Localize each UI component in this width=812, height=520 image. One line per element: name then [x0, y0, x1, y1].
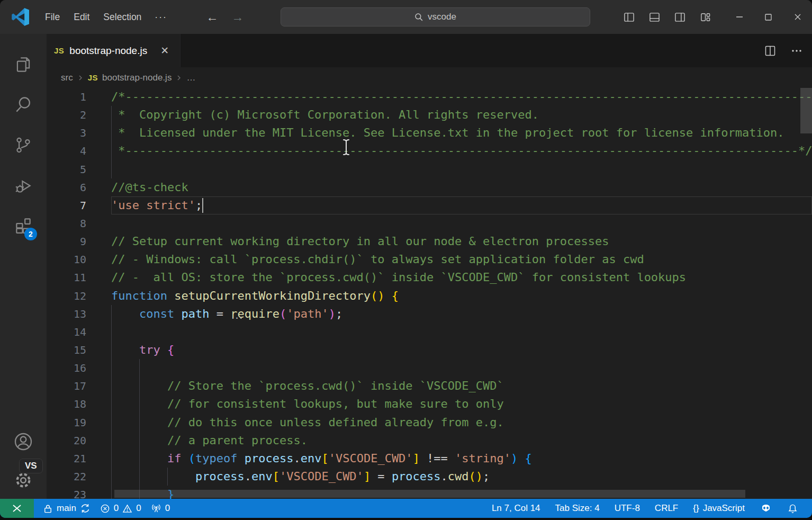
code-line[interactable]: 20 // a parent process. [47, 432, 812, 450]
code-line[interactable]: 1/*-------------------------------------… [47, 88, 812, 106]
code-line[interactable]: 6//@ts-check [47, 178, 812, 196]
code-line[interactable]: 15 try { [47, 341, 812, 359]
line-number[interactable]: 5 [47, 160, 111, 178]
line-number[interactable]: 13 [47, 305, 111, 323]
line-number[interactable]: 19 [47, 414, 111, 432]
sidebar-item-run-debug[interactable] [6, 165, 40, 205]
close-window-button[interactable] [783, 0, 812, 34]
encoding-status[interactable]: UTF-8 [607, 503, 647, 514]
code-line-content[interactable] [111, 359, 812, 377]
code-line-content[interactable]: // do this once unless defined already f… [111, 414, 812, 432]
breadcrumb-symbol-more[interactable]: … [186, 73, 195, 83]
command-center-search[interactable]: vscode [281, 7, 590, 26]
sidebar-item-source-control[interactable] [6, 125, 40, 165]
menu-overflow-button[interactable]: ··· [148, 8, 173, 26]
code-line-content[interactable]: // - Windows: call `process.chdir()` to … [111, 250, 812, 268]
line-number[interactable]: 1 [47, 88, 111, 106]
eol-status[interactable]: CRLF [647, 503, 685, 514]
line-number[interactable]: 9 [47, 232, 111, 250]
toggle-primary-sidebar-icon[interactable] [624, 12, 635, 23]
code-line[interactable]: 13 const path = require('path'); [47, 305, 812, 323]
code-line-content[interactable]: /*--------------------------------------… [111, 88, 812, 106]
more-actions-icon[interactable] [791, 45, 802, 57]
code-line[interactable]: 2 * Copyright (c) Microsoft Corporation.… [47, 106, 812, 124]
code-line-content[interactable]: function setupCurrentWorkingDirectory() … [111, 287, 812, 305]
menu-edit[interactable]: Edit [67, 8, 96, 26]
line-number[interactable]: 12 [47, 287, 111, 305]
code-line[interactable]: 8 [47, 214, 812, 232]
code-line-content[interactable]: //@ts-check [111, 178, 812, 196]
code-line-content[interactable]: const path = require('path'); [111, 305, 812, 323]
code-line[interactable]: 11// - all OS: store the `process.cwd()`… [47, 268, 812, 286]
code-line-content[interactable]: *---------------------------------------… [111, 142, 812, 160]
code-line[interactable]: 7'use strict'; [47, 196, 812, 214]
code-line[interactable]: 3 * Licensed under the MIT License. See … [47, 124, 812, 142]
line-number[interactable]: 6 [47, 178, 111, 196]
menu-selection[interactable]: Selection [96, 8, 148, 26]
code-line[interactable]: 5 [47, 160, 812, 178]
notifications-status[interactable] [780, 503, 806, 514]
line-number[interactable]: 4 [47, 142, 111, 160]
language-status[interactable]: {} JavaScript [685, 503, 752, 514]
code-line[interactable]: 4 *-------------------------------------… [47, 142, 812, 160]
code-line-content[interactable] [111, 323, 812, 341]
line-number[interactable]: 3 [47, 124, 111, 142]
code-line[interactable]: 22 process.env['VSCODE_CWD'] = process.c… [47, 468, 812, 486]
code-line[interactable]: 12function setupCurrentWorkingDirectory(… [47, 287, 812, 305]
menu-file[interactable]: File [38, 8, 67, 26]
horizontal-scrollbar[interactable] [114, 490, 745, 498]
branch-status[interactable]: main [38, 503, 95, 514]
line-number[interactable]: 7 [47, 196, 111, 214]
code-line-content[interactable]: // Setup current working directory in al… [111, 232, 812, 250]
code-line[interactable]: 9// Setup current working directory in a… [47, 232, 812, 250]
code-line-content[interactable] [111, 160, 812, 178]
line-number[interactable]: 11 [47, 268, 111, 286]
back-arrow-button[interactable]: ← [203, 8, 221, 26]
line-number[interactable]: 18 [47, 395, 111, 413]
remote-indicator[interactable] [0, 499, 34, 518]
sidebar-item-account[interactable] [6, 422, 40, 462]
code-line-content[interactable]: * Copyright (c) Microsoft Corporation. A… [111, 106, 812, 124]
problems-status[interactable]: 0 0 [95, 503, 146, 514]
line-number[interactable]: 2 [47, 106, 111, 124]
code-editor[interactable]: 1/*-------------------------------------… [47, 88, 812, 499]
code-line[interactable]: 21 if (typeof process.env['VSCODE_CWD'] … [47, 450, 812, 468]
code-line[interactable]: 17 // Store the `process.cwd()` inside `… [47, 377, 812, 395]
cursor-position-status[interactable]: Ln 7, Col 14 [484, 503, 548, 514]
code-line-content[interactable]: // a parent process. [111, 432, 812, 450]
split-editor-icon[interactable] [764, 45, 776, 57]
breadcrumb-folder[interactable]: src [61, 73, 73, 83]
code-line-content[interactable]: // for consistent lookups, but make sure… [111, 395, 812, 413]
breadcrumb-file[interactable]: bootstrap-node.js [102, 73, 172, 83]
sidebar-item-extensions[interactable]: 2 [6, 205, 40, 246]
code-line-content[interactable]: // Store the `process.cwd()` inside `VSC… [111, 377, 812, 395]
indentation-status[interactable]: Tab Size: 4 [548, 503, 607, 514]
line-number[interactable]: 10 [47, 250, 111, 268]
code-line[interactable]: 18 // for consistent lookups, but make s… [47, 395, 812, 413]
toggle-panel-icon[interactable] [649, 12, 660, 23]
line-number[interactable]: 16 [47, 359, 111, 377]
line-number[interactable]: 22 [47, 468, 111, 486]
vertical-scrollbar[interactable] [800, 88, 812, 133]
line-number[interactable]: 23 [47, 486, 111, 499]
line-number[interactable]: 21 [47, 450, 111, 468]
code-line-content[interactable]: 'use strict'; [111, 196, 812, 214]
line-number[interactable]: 15 [47, 341, 111, 359]
copilot-status[interactable] [752, 502, 780, 515]
tab-bootstrap-node[interactable]: JS bootstrap-node.js ✕ [47, 34, 181, 67]
minimize-button[interactable] [725, 0, 754, 34]
forward-arrow-button[interactable]: → [229, 8, 247, 26]
toggle-secondary-sidebar-icon[interactable] [674, 12, 685, 23]
line-number[interactable]: 17 [47, 377, 111, 395]
ports-status[interactable]: 0 [146, 503, 175, 514]
line-number[interactable]: 14 [47, 323, 111, 341]
code-line-content[interactable]: * Licensed under the MIT License. See Li… [111, 124, 812, 142]
tab-close-icon[interactable]: ✕ [158, 44, 172, 58]
code-line-content[interactable] [111, 214, 812, 232]
code-line-content[interactable]: try { [111, 341, 812, 359]
line-number[interactable]: 8 [47, 214, 111, 232]
code-line-content[interactable]: process.env['VSCODE_CWD'] = process.cwd(… [111, 468, 812, 486]
customize-layout-icon[interactable] [700, 12, 711, 23]
sidebar-item-explorer[interactable] [6, 44, 40, 85]
code-line[interactable]: 14 [47, 323, 812, 341]
